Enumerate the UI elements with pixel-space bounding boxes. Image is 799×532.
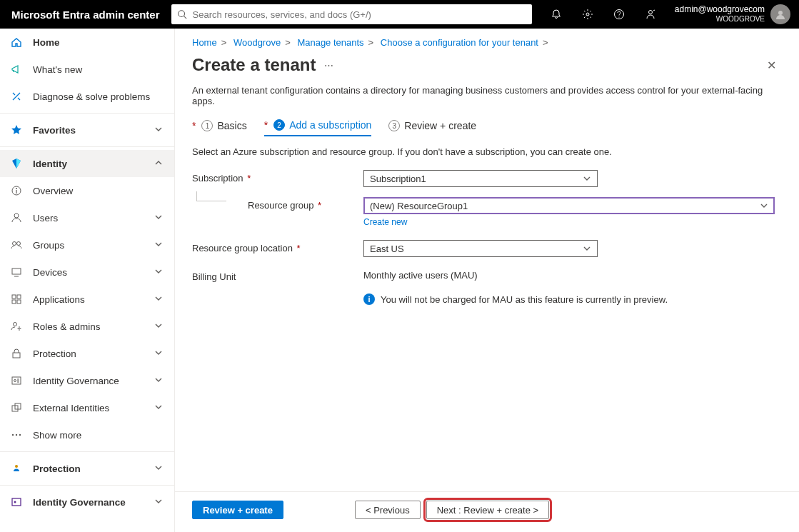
external-icon	[10, 401, 23, 414]
sidebar-item-external[interactable]: External Identities	[0, 394, 174, 421]
sidebar-section-favorites[interactable]: Favorites	[0, 116, 174, 144]
sidebar-section-protection[interactable]: Protection	[0, 455, 174, 482]
tab-add-subscription[interactable]: *2 Add a subscription	[264, 119, 372, 136]
next-button[interactable]: Next : Review + create >	[426, 501, 549, 519]
chevron-down-icon	[760, 201, 768, 210]
account-control[interactable]: admin@woodgrovecom WOODGROVE	[669, 4, 790, 24]
more-actions-button[interactable]: ⋯	[316, 60, 333, 71]
info-icon	[10, 184, 23, 197]
sidebar-item-applications[interactable]: Applications	[0, 286, 174, 313]
svg-rect-29	[12, 498, 21, 506]
sidebar-item-label: Favorites	[33, 125, 144, 136]
sidebar-item-diagnose[interactable]: Diagnose & solve problems	[0, 83, 174, 110]
chevron-down-icon	[154, 376, 164, 386]
top-bar: Microsoft Entra admin center admin@woodg…	[0, 0, 799, 29]
footer-bar: Review + create < Previous Next : Review…	[175, 491, 799, 532]
svg-rect-9	[16, 190, 16, 194]
form: Subscription * Subscription1 Resource gr…	[175, 170, 799, 321]
svg-point-10	[14, 214, 19, 218]
sidebar-item-overview[interactable]: Overview	[0, 177, 174, 204]
apps-icon	[10, 293, 23, 306]
sidebar-item-protection[interactable]: Protection	[0, 340, 174, 367]
sidebar-item-label: Diagnose & solve problems	[33, 91, 164, 102]
sidebar-item-devices[interactable]: Devices	[0, 259, 174, 286]
svg-point-27	[19, 434, 21, 436]
subscription-label: Subscription *	[192, 170, 363, 184]
sidebar-item-label: What's new	[33, 64, 164, 75]
sidebar: Home What's new Diagnose & solve problem…	[0, 29, 175, 532]
crumb-manage-tenants[interactable]: Manage tenants	[297, 37, 363, 48]
sidebar-item-users[interactable]: Users	[0, 204, 174, 231]
more-icon	[10, 428, 23, 441]
chevron-down-icon	[154, 403, 164, 413]
info-icon: i	[363, 293, 375, 305]
sidebar-item-home[interactable]: Home	[0, 29, 174, 56]
sidebar-item-label: Roles & admins	[33, 321, 144, 332]
tab-label: Add a subscription	[289, 119, 371, 131]
chevron-down-icon	[154, 348, 164, 358]
resource-group-value: (New) ResourceGroup1	[370, 201, 468, 211]
sidebar-section-identity[interactable]: Identity	[0, 150, 174, 177]
sidebar-section-governance[interactable]: Identity Governance	[0, 488, 174, 516]
sidebar-item-label: Identity	[33, 159, 144, 169]
page-description: An external tenant configuration contain…	[175, 82, 799, 119]
sidebar-item-show-more[interactable]: Show more	[0, 421, 174, 448]
feedback-icon[interactable]	[638, 0, 663, 29]
previous-button[interactable]: < Previous	[355, 501, 421, 519]
svg-rect-17	[17, 300, 21, 303]
sidebar-item-label: Identity Governance	[33, 497, 144, 508]
identity-icon	[10, 157, 23, 170]
sidebar-item-roles[interactable]: Roles & admins	[0, 313, 174, 340]
governance-section-icon	[10, 496, 23, 508]
sidebar-item-governance[interactable]: Identity Governance	[0, 367, 174, 394]
megaphone-icon	[10, 63, 23, 76]
search-box[interactable]	[171, 4, 532, 24]
chevron-down-icon	[154, 240, 164, 250]
create-new-link[interactable]: Create new	[363, 214, 407, 227]
sidebar-item-label: Groups	[33, 240, 144, 251]
crumb-home[interactable]: Home	[192, 37, 217, 48]
billing-unit-label: Billing Unit	[192, 268, 363, 282]
tabs: *1 Basics *2 Add a subscription 3 Review…	[175, 119, 799, 136]
sidebar-item-groups[interactable]: Groups	[0, 231, 174, 259]
search-input[interactable]	[193, 9, 526, 20]
notifications-icon[interactable]	[543, 0, 569, 29]
svg-point-25	[12, 434, 14, 436]
governance-icon	[10, 374, 23, 387]
chevron-down-icon	[154, 497, 164, 507]
svg-point-0	[178, 11, 184, 17]
svg-rect-13	[12, 268, 21, 274]
chevron-down-icon	[154, 321, 164, 331]
chevron-down-icon	[583, 174, 591, 183]
crumb-choose-config[interactable]: Choose a configuration for your tenant	[381, 37, 538, 48]
crumb-woodgrove[interactable]: Woodgrove	[233, 37, 281, 48]
sidebar-item-label: Show more	[33, 430, 164, 441]
sidebar-item-label: External Identities	[33, 403, 144, 413]
tab-basics[interactable]: *1 Basics	[192, 119, 247, 136]
resource-group-label: Resource group *	[192, 197, 363, 211]
main-content: Home> Woodgrove> Manage tenants> Choose …	[175, 29, 799, 532]
chevron-up-icon	[154, 159, 164, 169]
diagnose-icon	[10, 90, 23, 103]
tab-review-create[interactable]: 3 Review + create	[388, 119, 476, 136]
help-icon[interactable]	[606, 0, 632, 29]
svg-point-30	[14, 501, 16, 503]
subscription-select[interactable]: Subscription1	[363, 170, 598, 187]
billing-unit-value: Monthly active users (MAU)	[363, 268, 668, 281]
svg-point-6	[778, 11, 783, 15]
review-create-button[interactable]: Review + create	[192, 501, 283, 519]
sidebar-item-whats-new[interactable]: What's new	[0, 56, 174, 83]
search-icon	[177, 9, 187, 19]
sidebar-item-label: Users	[33, 213, 144, 224]
rg-location-select[interactable]: East US	[363, 240, 598, 257]
svg-rect-14	[12, 295, 16, 298]
svg-point-19	[19, 328, 20, 329]
svg-rect-16	[12, 300, 16, 303]
settings-icon[interactable]	[575, 0, 600, 29]
tab-label: Basics	[217, 120, 246, 131]
svg-point-4	[618, 16, 619, 17]
close-button[interactable]: ✕	[761, 56, 782, 75]
svg-point-2	[586, 13, 589, 16]
resource-group-select[interactable]: (New) ResourceGroup1	[363, 197, 775, 214]
sidebar-item-label: Overview	[33, 186, 164, 196]
